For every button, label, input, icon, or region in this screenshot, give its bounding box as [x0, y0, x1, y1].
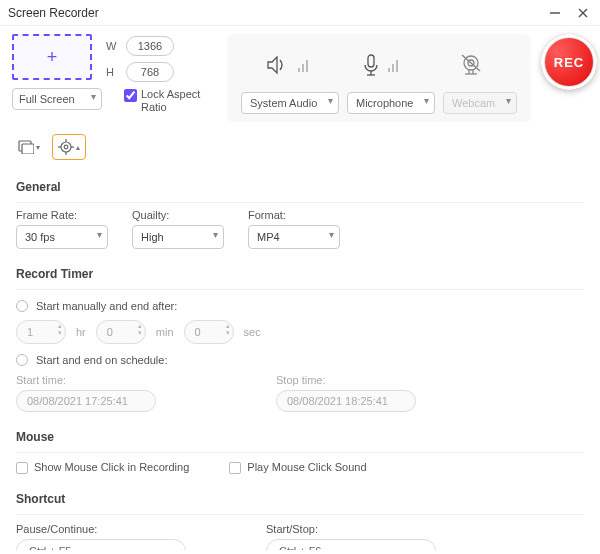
section-mouse: Mouse: [16, 430, 584, 444]
show-mouse-click-checkbox[interactable]: [16, 462, 28, 474]
svg-rect-11: [396, 60, 398, 72]
toolbar: ▾ ▴: [0, 128, 600, 170]
chevron-down-icon: ▾: [36, 143, 40, 152]
width-label: W: [106, 40, 120, 52]
lock-aspect-checkbox[interactable]: [124, 89, 137, 102]
dimensions: W H: [106, 36, 174, 82]
section-shortcut: Shortcut: [16, 492, 584, 506]
svg-rect-4: [302, 64, 304, 72]
start-time-label: Start time:: [16, 374, 156, 386]
start-time-input[interactable]: [16, 390, 156, 412]
divider: [16, 452, 584, 453]
frame-rate-select[interactable]: 30 fps: [16, 225, 108, 249]
height-label: H: [106, 66, 120, 78]
capture-area-selector[interactable]: +: [12, 34, 92, 80]
title-bar: Screen Recorder: [0, 0, 600, 26]
webcam-select: Webcam: [443, 92, 517, 114]
divider: [16, 202, 584, 203]
device-panel: System Audio Microphone Webcam: [227, 34, 531, 122]
min-unit: min: [156, 326, 174, 338]
plus-icon: +: [47, 47, 58, 68]
settings-panel: General Frame Rate: 30 fps Quailty: High…: [0, 170, 600, 550]
lock-aspect-ratio[interactable]: Lock Aspect Ratio: [124, 88, 213, 114]
svg-point-21: [64, 145, 68, 149]
microphone-icon: [349, 53, 409, 77]
manual-end-label: Start manually and end after:: [36, 300, 177, 312]
startstop-shortcut-input[interactable]: [266, 539, 436, 550]
close-button[interactable]: [574, 4, 592, 22]
svg-rect-5: [306, 60, 308, 72]
quality-label: Quailty:: [132, 209, 224, 221]
sec-unit: sec: [244, 326, 261, 338]
divider: [16, 289, 584, 290]
snapshot-tool-button[interactable]: ▾: [12, 134, 46, 160]
play-click-sound-option[interactable]: Play Mouse Click Sound: [229, 461, 366, 474]
speaker-icon: [257, 54, 317, 76]
divider: [16, 514, 584, 515]
svg-point-20: [61, 142, 71, 152]
microphone-select[interactable]: Microphone: [347, 92, 435, 114]
svg-rect-3: [298, 68, 300, 72]
window-title: Screen Recorder: [8, 6, 99, 20]
svg-rect-6: [368, 55, 374, 67]
quality-select[interactable]: High: [132, 225, 224, 249]
record-button[interactable]: REC: [541, 34, 597, 90]
height-input[interactable]: [126, 62, 174, 82]
show-mouse-click-option[interactable]: Show Mouse Click in Recording: [16, 461, 189, 474]
width-input[interactable]: [126, 36, 174, 56]
lock-aspect-label: Lock Aspect Ratio: [141, 88, 213, 114]
pause-shortcut-label: Pause/Continue:: [16, 523, 186, 535]
format-select[interactable]: MP4: [248, 225, 340, 249]
window-controls: [546, 4, 592, 22]
stop-time-label: Stop time:: [276, 374, 416, 386]
svg-line-17: [462, 55, 480, 71]
format-label: Format:: [248, 209, 340, 221]
hr-unit: hr: [76, 326, 86, 338]
capture-row: + W H Full Screen Lock As: [0, 26, 600, 128]
section-timer: Record Timer: [16, 267, 584, 281]
record-label: REC: [554, 55, 584, 70]
section-general: General: [16, 180, 584, 194]
startstop-shortcut-label: Start/Stop:: [266, 523, 436, 535]
capture-mode-select[interactable]: Full Screen: [12, 88, 102, 110]
webcam-disabled-icon: [441, 53, 501, 77]
pause-shortcut-input[interactable]: [16, 539, 186, 550]
schedule-radio[interactable]: [16, 354, 28, 366]
settings-tool-button[interactable]: ▴: [52, 134, 86, 160]
schedule-label: Start and end on schedule:: [36, 354, 167, 366]
frame-rate-label: Frame Rate:: [16, 209, 108, 221]
manual-end-radio[interactable]: [16, 300, 28, 312]
system-audio-select[interactable]: System Audio: [241, 92, 339, 114]
minimize-button[interactable]: [546, 4, 564, 22]
svg-rect-19: [22, 144, 34, 154]
svg-rect-10: [392, 64, 394, 72]
chevron-up-icon: ▴: [76, 143, 80, 152]
stop-time-input[interactable]: [276, 390, 416, 412]
play-click-sound-checkbox[interactable]: [229, 462, 241, 474]
svg-rect-9: [388, 68, 390, 72]
